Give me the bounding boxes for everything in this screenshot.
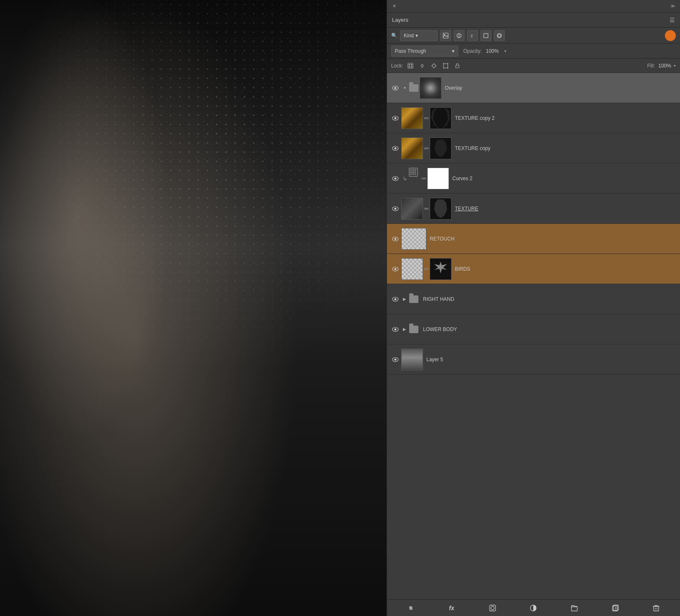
adjustment-layer-button[interactable]	[527, 602, 540, 614]
layer-visibility-eye[interactable]	[389, 173, 401, 184]
layer-visibility-eye[interactable]	[389, 142, 401, 154]
layer-visibility-eye[interactable]	[389, 293, 401, 305]
group-layers-button[interactable]	[568, 602, 581, 614]
panel-close-button[interactable]: ✕	[391, 3, 397, 9]
layer-visibility-eye[interactable]	[389, 263, 401, 275]
layer-effects-button[interactable]: fx	[445, 602, 458, 614]
layer-item[interactable]: ↳ Curves 2	[387, 163, 680, 194]
blend-mode-arrow: ▾	[452, 48, 454, 54]
layers-toolbar: fx	[387, 599, 680, 616]
layer-name: RETOUCH	[430, 236, 677, 242]
svg-rect-11	[409, 66, 410, 67]
layer-thumbnail-texture	[401, 137, 423, 159]
layer-folder-icon	[408, 325, 420, 334]
filter-toggle-button[interactable]	[665, 30, 676, 41]
layer-visibility-eye[interactable]	[389, 112, 401, 124]
layer-name: TEXTURE copy	[455, 145, 677, 151]
layer-mask-thumbnail	[430, 107, 452, 129]
layer-item[interactable]: TEXTURE copy	[387, 133, 680, 163]
layer-item[interactable]: RETOUCH	[387, 224, 680, 254]
lock-transparent-button[interactable]	[406, 61, 415, 70]
clip-indicator-icon: ↳	[401, 175, 409, 182]
canvas-image	[0, 0, 387, 616]
layer-item[interactable]: Layer 5	[387, 344, 680, 375]
svg-rect-5	[484, 34, 488, 38]
blend-mode-value: Pass Through	[395, 48, 426, 54]
fill-label: Fill:	[647, 63, 655, 69]
filter-search-icon: 🔍	[391, 33, 397, 39]
layer-visibility-eye[interactable]	[389, 233, 401, 245]
filter-shape-icon[interactable]	[480, 30, 491, 41]
layer-link-icon	[423, 115, 430, 122]
lock-position-button[interactable]	[429, 61, 439, 70]
layer-item[interactable]: BIRDS	[387, 254, 680, 284]
svg-rect-8	[408, 63, 413, 68]
link-layers-button[interactable]	[405, 602, 417, 614]
layer-thumbnail-person	[401, 349, 423, 370]
layer-expand-arrow[interactable]: ▶	[401, 296, 408, 303]
layer-visibility-eye[interactable]	[389, 203, 401, 215]
filter-adjustment-icon[interactable]	[454, 30, 465, 41]
fill-dropdown-arrow[interactable]: ▾	[674, 64, 676, 68]
svg-point-13	[432, 64, 436, 67]
layers-panel-title: Layers	[392, 17, 408, 23]
svg-text:T: T	[470, 34, 473, 39]
svg-point-48	[395, 207, 397, 210]
svg-point-54	[395, 268, 397, 270]
layer-link-icon	[420, 175, 427, 182]
layers-menu-icon[interactable]: ☰	[670, 17, 675, 23]
layer-item[interactable]: ▶ LOWER BODY	[387, 314, 680, 344]
lock-all-button[interactable]	[453, 61, 462, 70]
layer-item[interactable]: ▶ RIGHT HAND	[387, 284, 680, 314]
svg-rect-66	[571, 607, 577, 611]
filter-smartobj-icon[interactable]	[494, 30, 505, 41]
add-mask-button[interactable]	[486, 602, 499, 614]
layer-link-icon	[423, 145, 430, 152]
layers-list[interactable]: ▾ Overlay	[387, 73, 680, 599]
layer-mask-thumbnail	[430, 198, 452, 220]
filter-row: 🔍 Kind ▾ T	[387, 28, 680, 44]
fill-value[interactable]: 100%	[658, 63, 671, 69]
dots-overlay	[0, 0, 387, 616]
layer-item[interactable]: ▾ Overlay	[387, 73, 680, 103]
blend-mode-dropdown[interactable]: Pass Through ▾	[391, 46, 458, 57]
layer-thumbnail-transparent	[401, 258, 423, 280]
svg-rect-12	[411, 66, 412, 67]
layers-panel-container: ✕ ≫ Layers ☰ 🔍 Kind ▾ T	[387, 0, 680, 616]
layer-link-icon	[423, 205, 430, 212]
panel-header: ✕ ≫	[387, 0, 680, 13]
layer-name: BIRDS	[455, 266, 677, 272]
lock-image-button[interactable]	[418, 61, 427, 70]
filter-image-icon[interactable]	[440, 30, 451, 41]
canvas-area	[0, 0, 387, 616]
svg-rect-63	[490, 605, 496, 611]
svg-point-52	[395, 238, 397, 240]
svg-point-1	[444, 34, 445, 35]
layer-visibility-eye[interactable]	[389, 324, 401, 335]
layer-visibility-eye[interactable]	[389, 82, 401, 94]
blend-mode-row: Pass Through ▾ Opacity: 100% ▾	[387, 44, 680, 59]
layer-item[interactable]: TEXTURE copy 2	[387, 103, 680, 133]
layer-mask-thumbnail	[430, 137, 452, 159]
layer-item[interactable]: TEXTURE	[387, 194, 680, 224]
kind-dropdown[interactable]: Kind ▾	[400, 30, 438, 41]
layer-expand-arrow[interactable]: ▶	[401, 326, 408, 333]
layer-name: RIGHT HAND	[423, 296, 677, 302]
svg-rect-71	[654, 606, 659, 611]
svg-rect-23	[456, 65, 459, 68]
opacity-value[interactable]: 100%	[486, 48, 499, 54]
panel-collapse-button[interactable]: ≫	[670, 3, 676, 9]
layer-name: TEXTURE	[455, 206, 677, 212]
svg-rect-18	[444, 64, 448, 68]
svg-point-58	[395, 298, 397, 300]
filter-type-icon[interactable]: T	[467, 30, 478, 41]
lock-artboard-button[interactable]	[441, 61, 450, 70]
svg-rect-0	[443, 33, 448, 38]
layer-folder-icon	[408, 83, 420, 93]
new-layer-button[interactable]	[609, 602, 622, 614]
layer-visibility-eye[interactable]	[389, 354, 401, 365]
opacity-dropdown-arrow[interactable]: ▾	[502, 48, 509, 54]
svg-rect-7	[498, 34, 501, 37]
layer-expand-arrow[interactable]: ▾	[401, 85, 408, 91]
delete-layer-button[interactable]	[650, 602, 662, 614]
